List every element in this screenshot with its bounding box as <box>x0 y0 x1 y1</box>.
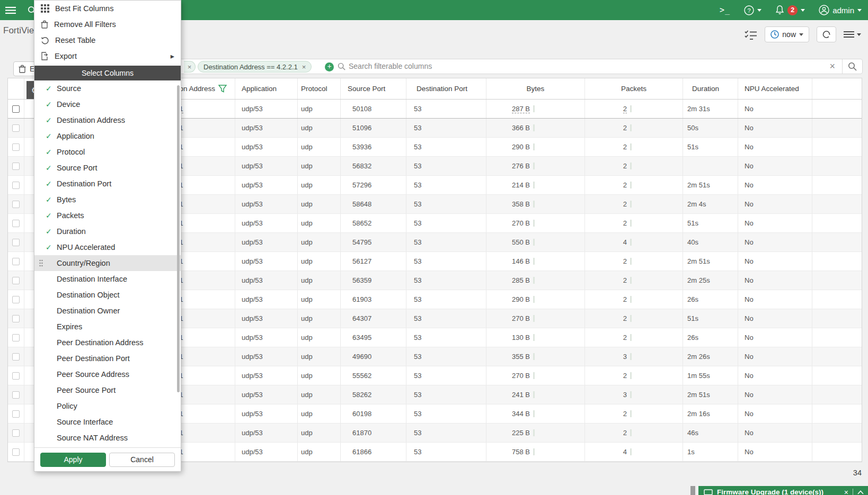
column-option-peer-destination-port[interactable]: Peer Destination Port <box>34 350 181 366</box>
column-option-destination-object[interactable]: Destination Object <box>34 287 181 303</box>
cancel-button[interactable]: Cancel <box>109 453 175 467</box>
total-row-count: 34 <box>853 469 862 477</box>
menu-action-reset-table[interactable]: Reset Table <box>34 32 181 48</box>
cell-source-port: 56832 <box>341 157 406 175</box>
column-header-app[interactable]: Application <box>235 78 298 99</box>
column-option-duration[interactable]: ✓Duration <box>34 223 181 239</box>
column-option-source-interface[interactable]: Source Interface <box>34 414 181 430</box>
column-header-npu[interactable]: NPU Accelerated <box>738 78 812 99</box>
column-option-destination-port[interactable]: ✓Destination Port <box>34 176 181 192</box>
cell-filler <box>812 290 862 309</box>
help-menu[interactable]: ? <box>744 5 761 15</box>
packets-mini-bar <box>630 353 632 360</box>
drag-handle-icon[interactable] <box>39 259 43 267</box>
column-header-packets[interactable]: Packets <box>585 78 683 99</box>
row-checkbox[interactable] <box>12 296 20 303</box>
toast-close-icon[interactable]: × <box>844 488 848 495</box>
row-checkbox[interactable] <box>12 334 20 341</box>
filter-search-placeholder[interactable]: Search filterable columns <box>349 62 432 70</box>
cell-npu-accelerated: No <box>738 119 812 137</box>
row-checkbox[interactable] <box>12 239 20 246</box>
cell-destination-port: 53 <box>406 385 486 404</box>
checkmark-icon: ✓ <box>46 195 52 204</box>
column-option-application[interactable]: ✓Application <box>34 128 181 144</box>
row-checkbox[interactable] <box>12 124 20 132</box>
cell-filler <box>812 309 862 328</box>
menu-action-best-fit-columns[interactable]: Best Fit Columns <box>34 1 181 16</box>
column-option-source-port[interactable]: ✓Source Port <box>34 160 181 176</box>
row-checkbox[interactable] <box>12 410 20 418</box>
column-option-expires[interactable]: Expires <box>34 319 181 335</box>
trash-icon <box>19 65 26 73</box>
filter-chip-label: Destination Address == 4.2.2.1 <box>203 63 298 71</box>
column-option-peer-source-address[interactable]: Peer Source Address <box>34 366 181 382</box>
row-checkbox[interactable] <box>12 143 20 151</box>
column-option-peer-destination-address[interactable]: Peer Destination Address <box>34 335 181 350</box>
table-toolbar: now <box>745 26 861 43</box>
notifications-menu[interactable]: 2 <box>775 5 805 15</box>
row-checkbox[interactable] <box>12 182 20 189</box>
row-checkbox[interactable] <box>12 163 20 170</box>
column-option-packets[interactable]: ✓Packets <box>34 208 181 223</box>
row-checkbox[interactable] <box>12 220 20 227</box>
row-checkbox[interactable] <box>12 105 20 113</box>
apply-search-icon[interactable] <box>842 59 862 74</box>
row-checkbox[interactable] <box>12 391 20 399</box>
column-header-bytes[interactable]: Bytes <box>486 78 585 99</box>
column-option-npu-accelerated[interactable]: ✓NPU Accelerated <box>34 239 181 255</box>
menu-action-export[interactable]: Export▸ <box>34 48 181 64</box>
column-header-duration[interactable]: Duration <box>683 78 738 99</box>
time-range-button[interactable]: now <box>765 26 809 42</box>
row-checkbox[interactable] <box>12 353 20 361</box>
row-checkbox[interactable] <box>12 277 20 284</box>
column-header-dport[interactable]: Destination Port <box>406 78 486 99</box>
cell-bytes: 214 B <box>486 176 585 194</box>
menu-scrollbar[interactable] <box>177 85 180 392</box>
toast-expand-chevron-icon[interactable] <box>857 490 864 494</box>
column-option-source-nat-address[interactable]: Source NAT Address <box>34 430 181 446</box>
user-menu[interactable]: admin <box>819 5 862 15</box>
cell-application: udp/53 <box>235 252 298 271</box>
filter-funnel-icon[interactable] <box>218 85 227 93</box>
column-option-source[interactable]: ✓Source <box>34 80 181 96</box>
column-option-protocol[interactable]: ✓Protocol <box>34 144 181 160</box>
column-header-sport[interactable]: Source Port <box>341 78 406 99</box>
clear-search-icon[interactable]: × <box>822 61 842 72</box>
cell-application: udp/53 <box>235 157 298 175</box>
row-checkbox[interactable] <box>12 201 20 208</box>
add-filter-icon[interactable]: + <box>325 62 334 71</box>
column-option-destination-interface[interactable]: Destination Interface <box>34 271 181 287</box>
row-checkbox[interactable] <box>12 429 20 437</box>
column-option-destination-owner[interactable]: Destination Owner <box>34 303 181 319</box>
filter-chip[interactable]: Destination Address == 4.2.2.1 × <box>198 61 312 73</box>
table-options-menu[interactable] <box>844 31 861 38</box>
row-checkbox[interactable] <box>12 258 20 265</box>
row-checkbox[interactable] <box>12 315 20 322</box>
column-option-policy[interactable]: Policy <box>34 398 181 414</box>
cell-protocol: udp <box>298 424 341 442</box>
column-option-peer-source-port[interactable]: Peer Source Port <box>34 382 181 398</box>
user-name: admin <box>832 6 854 15</box>
column-option-bytes[interactable]: ✓Bytes <box>34 192 181 208</box>
cell-bytes: 366 B <box>486 119 585 137</box>
packets-mini-bar <box>630 372 632 379</box>
cell-bytes: 285 B <box>486 271 585 290</box>
cell-source-port: 64307 <box>341 309 406 328</box>
filter-chip-remove-icon[interactable]: × <box>302 63 306 71</box>
row-checkbox[interactable] <box>12 372 20 380</box>
cli-console-icon[interactable]: >_ <box>720 5 730 15</box>
column-header-proto[interactable]: Protocol <box>298 78 341 99</box>
cell-protocol: udp <box>298 214 341 232</box>
filter-chip-partial[interactable]: × <box>184 61 196 73</box>
apply-button[interactable]: Apply <box>40 453 106 467</box>
cell-npu-accelerated: No <box>738 100 812 118</box>
refresh-button[interactable] <box>817 26 836 42</box>
firmware-upgrade-toast[interactable]: Firmware Upgrade (1 device(s)) × <box>698 486 868 495</box>
column-option-destination-address[interactable]: ✓Destination Address <box>34 112 181 128</box>
column-option-device[interactable]: ✓Device <box>34 96 181 112</box>
column-option-country-region[interactable]: Country/Region <box>34 255 181 271</box>
menu-action-remove-all-filters[interactable]: Remove All Filters <box>34 16 181 32</box>
hamburger-menu-icon[interactable] <box>5 6 16 14</box>
row-checkbox[interactable] <box>12 448 20 456</box>
column-settings-checklist-icon[interactable] <box>745 30 757 40</box>
